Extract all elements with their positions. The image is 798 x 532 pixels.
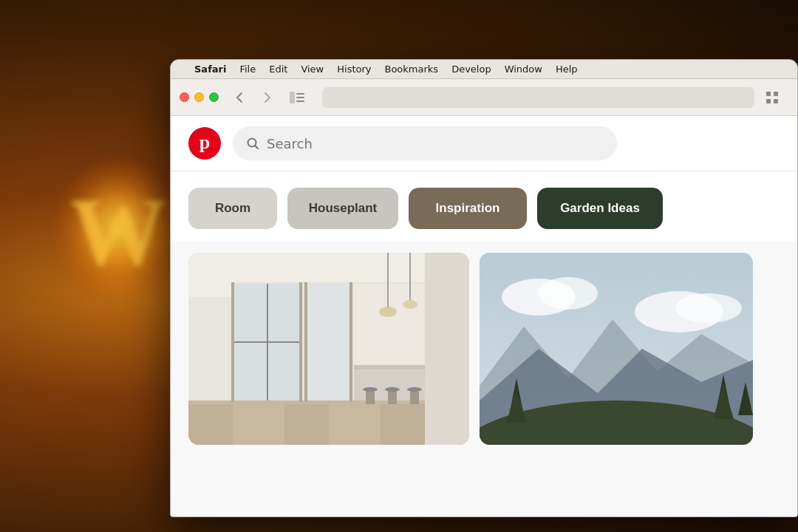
svg-point-47 [675, 293, 742, 323]
search-icon [246, 137, 259, 150]
category-inspiration-button[interactable]: Inspiration [409, 188, 527, 229]
svg-rect-15 [188, 404, 233, 445]
search-placeholder-text: Search [267, 136, 313, 151]
menubar-help[interactable]: Help [556, 64, 578, 75]
svg-rect-31 [354, 365, 425, 369]
svg-rect-18 [332, 404, 377, 445]
svg-rect-24 [231, 282, 234, 402]
search-bar[interactable]: Search [233, 126, 617, 160]
svg-rect-4 [296, 97, 304, 98]
close-button[interactable] [180, 92, 189, 102]
menubar-view[interactable]: View [301, 64, 324, 75]
pinterest-p-letter: p [200, 133, 210, 152]
pinterest-header: p Search [171, 116, 797, 171]
svg-point-35 [403, 300, 417, 309]
svg-rect-17 [284, 404, 329, 445]
svg-rect-26 [307, 284, 351, 400]
svg-rect-28 [349, 282, 352, 402]
svg-rect-8 [766, 99, 771, 103]
svg-rect-27 [304, 282, 307, 402]
category-room-button[interactable]: Room [188, 188, 277, 229]
grid-view-button[interactable] [762, 87, 782, 108]
browser-toolbar [171, 79, 797, 116]
svg-rect-7 [774, 92, 778, 96]
minimize-button[interactable] [194, 92, 204, 102]
sidebar-toggle-button[interactable] [285, 87, 309, 108]
category-houseplant-button[interactable]: Houseplant [287, 188, 398, 229]
address-bar[interactable] [322, 87, 754, 108]
svg-rect-42 [425, 253, 469, 445]
menubar-window[interactable]: Window [505, 64, 542, 75]
pinterest-logo[interactable]: p [188, 127, 221, 160]
traffic-lights [180, 92, 219, 102]
svg-point-33 [379, 307, 397, 317]
menubar-develop[interactable]: Develop [451, 64, 491, 75]
menubar-edit[interactable]: Edit [269, 64, 287, 75]
image-grid [171, 241, 797, 457]
category-garden-ideas-button[interactable]: Garden Ideas [537, 188, 663, 229]
svg-rect-6 [766, 92, 771, 96]
svg-point-45 [539, 277, 598, 310]
menubar-safari[interactable]: Safari [194, 64, 226, 75]
svg-text:W: W [70, 178, 166, 284]
back-button[interactable] [229, 87, 250, 108]
pin-card-2[interactable] [480, 253, 753, 445]
svg-rect-25 [299, 282, 302, 402]
menubar-history[interactable]: History [337, 64, 371, 75]
menubar-bookmarks[interactable]: Bookmarks [385, 64, 439, 75]
svg-rect-9 [774, 99, 778, 103]
mac-frame: Safari File Edit View History Bookmarks … [170, 59, 798, 517]
svg-rect-19 [381, 404, 425, 445]
svg-rect-16 [236, 404, 281, 445]
svg-point-41 [407, 387, 422, 392]
svg-rect-5 [296, 100, 304, 102]
maximize-button[interactable] [209, 92, 219, 102]
categories-row: Room Houseplant Inspiration Garden Ideas [171, 171, 797, 241]
pinterest-content: p Search Room Houseplant Insp [171, 116, 797, 516]
svg-point-37 [363, 387, 378, 392]
forward-button[interactable] [257, 87, 278, 108]
menubar-file[interactable]: File [239, 64, 256, 75]
menubar: Safari File Edit View History Bookmarks … [171, 60, 797, 79]
svg-rect-2 [290, 92, 295, 103]
pin-card-1[interactable] [188, 253, 469, 445]
svg-point-39 [385, 387, 400, 392]
svg-rect-3 [296, 93, 304, 95]
